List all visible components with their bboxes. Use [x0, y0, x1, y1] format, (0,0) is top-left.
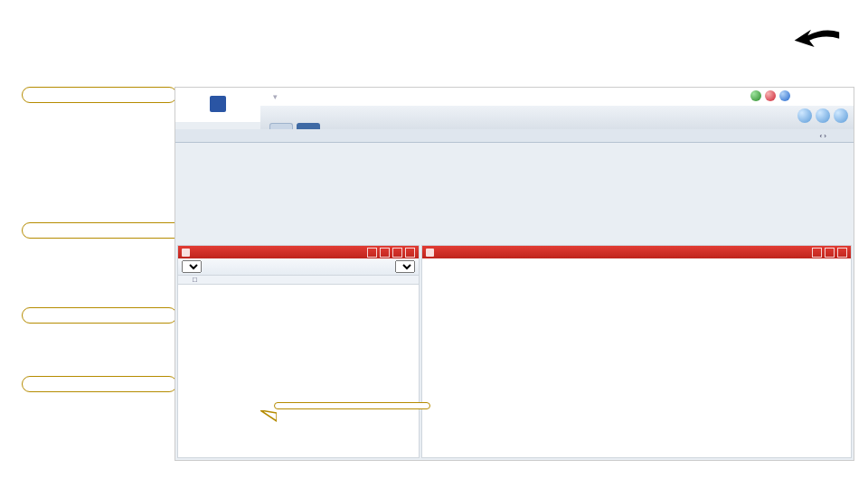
tab-my-business[interactable] — [269, 123, 293, 129]
page-toolbar: ‹ › — [175, 129, 854, 143]
pareto-panel-header — [422, 246, 851, 258]
alert-show-select[interactable] — [395, 260, 415, 273]
pareto-legend — [422, 452, 851, 457]
back-arrow-icon[interactable] — [791, 27, 841, 54]
alert-panel: □ — [177, 245, 420, 458]
tabs-bar — [260, 106, 854, 130]
brand-logo — [175, 88, 261, 122]
callout-title-bars — [22, 307, 177, 324]
pareto-panel — [421, 245, 852, 458]
app-title-bar: ▾ — [260, 88, 854, 107]
alert-do-action[interactable] — [182, 260, 202, 273]
callout-poor-sequencing — [22, 376, 177, 392]
callout-logo-waste — [22, 87, 177, 103]
callout-primary-interest — [22, 222, 184, 239]
tab-my-kpis[interactable] — [297, 123, 320, 129]
alert-panel-header — [178, 246, 419, 258]
callout-large-area — [274, 402, 430, 409]
slide-heading — [45, 27, 72, 48]
